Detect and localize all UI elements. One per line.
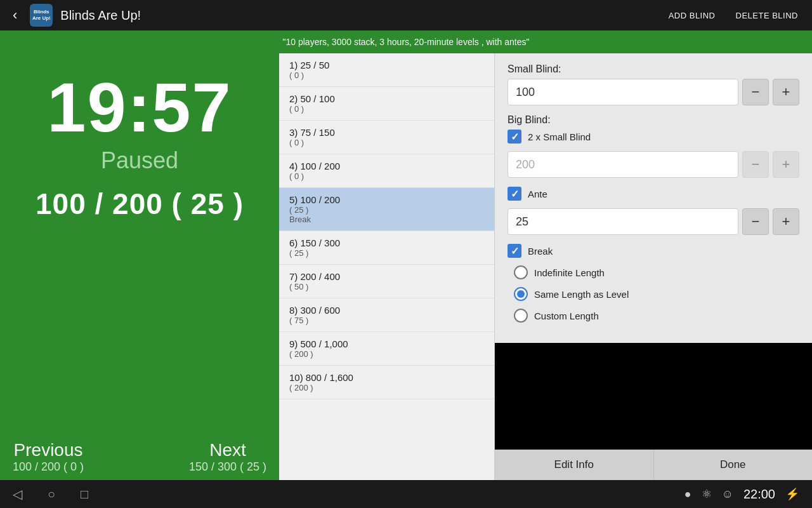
top-bar: ‹ Blinds Are Up! Blinds Are Up! ADD BLIN… xyxy=(0,0,812,30)
android-icon: ☺ xyxy=(722,488,733,501)
blind-item-sub: ( 25 ) xyxy=(289,205,484,215)
next-block: Next 150 / 300 ( 25 ) xyxy=(189,440,266,474)
break-checkbox[interactable]: ✓ xyxy=(508,244,521,258)
blind-item-sub: ( 50 ) xyxy=(289,282,484,291)
blind-item-sub: ( 0 ) xyxy=(289,138,484,147)
radio-indefinite[interactable]: Indefinite Length xyxy=(514,265,799,279)
radio-custom-length[interactable]: Custom Length xyxy=(514,309,799,323)
timer-panel: 19:57 Paused 100 / 200 ( 25 ) Previous 1… xyxy=(0,53,279,480)
break-checkbox-label: Break xyxy=(528,246,553,257)
break-checkbox-row: ✓ Break xyxy=(508,244,799,258)
right-column: Small Blind: − + Big Blind: ✓ 2 x Small … xyxy=(495,53,812,480)
blind-list-item[interactable]: 9) 500 / 1,000( 200 ) xyxy=(279,332,494,366)
blind-item-extra: Break xyxy=(289,215,484,224)
blind-item-sub: ( 0 ) xyxy=(289,70,484,80)
blind-list-item[interactable]: 10) 800 / 1,600( 200 ) xyxy=(279,366,494,399)
next-value: 150 / 300 ( 25 ) xyxy=(189,460,266,474)
timer-display: 19:57 xyxy=(47,72,232,142)
done-button[interactable]: Done xyxy=(654,450,813,480)
previous-title: Previous xyxy=(14,440,83,460)
ante-minus-button[interactable]: − xyxy=(742,208,769,235)
radio-indefinite-button[interactable] xyxy=(514,265,528,279)
blind-list-item[interactable]: 7) 200 / 400( 50 ) xyxy=(279,265,494,298)
edit-panel: Small Blind: − + Big Blind: ✓ 2 x Small … xyxy=(495,53,812,343)
recent-nav-icon[interactable]: □ xyxy=(81,487,88,502)
blind-item-title: 5) 100 / 200 xyxy=(289,194,484,205)
blind-list-panel: 1) 25 / 50( 0 )2) 50 / 100( 0 )3) 75 / 1… xyxy=(279,53,495,480)
blind-item-title: 3) 75 / 150 xyxy=(289,127,484,138)
back-nav-icon[interactable]: ◁ xyxy=(13,486,22,502)
blind-item-sub: ( 200 ) xyxy=(289,383,484,392)
big-blind-checkbox[interactable]: ✓ xyxy=(508,130,521,144)
break-options-group: Indefinite Length Same Length as Level C… xyxy=(514,265,799,323)
radio-custom-length-label: Custom Length xyxy=(534,311,599,321)
radio-same-length-label: Same Length as Level xyxy=(534,289,629,300)
subtitle-text: "10 players, 3000 stack, 3 hours, 20-min… xyxy=(283,37,530,47)
big-blind-checkbox-row: ✓ 2 x Small Blind xyxy=(508,130,799,144)
edit-info-button[interactable]: Edit Info xyxy=(495,450,654,480)
nav-icons-left: ◁ ○ □ xyxy=(13,486,88,502)
blind-item-title: 8) 300 / 600 xyxy=(289,305,484,316)
radio-same-length[interactable]: Same Length as Level xyxy=(514,287,799,301)
app-icon: Blinds Are Up! xyxy=(30,4,53,27)
big-blind-input[interactable] xyxy=(508,151,738,178)
radio-indefinite-label: Indefinite Length xyxy=(534,267,605,278)
ante-checkbox-row: ✓ Ante xyxy=(508,187,799,201)
big-blind-label: Big Blind: xyxy=(508,114,799,126)
big-blind-row: − + xyxy=(508,151,799,178)
blind-item-sub: ( 200 ) xyxy=(289,349,484,359)
blind-item-sub: ( 75 ) xyxy=(289,316,484,325)
blind-list-item[interactable]: 5) 100 / 200( 25 )Break xyxy=(279,188,494,231)
blind-list-item[interactable]: 2) 50 / 100( 0 ) xyxy=(279,87,494,121)
blind-item-sub: ( 0 ) xyxy=(289,104,484,114)
big-blind-checkbox-label: 2 x Small Blind xyxy=(528,131,591,142)
ante-row: − + xyxy=(508,208,799,235)
prev-next-section: Previous 100 / 200 ( 0 ) Next 150 / 300 … xyxy=(6,434,273,474)
blind-list-item[interactable]: 3) 75 / 150( 0 ) xyxy=(279,121,494,154)
blind-item-title: 2) 50 / 100 xyxy=(289,93,484,104)
usb-icon: ⚛ xyxy=(702,487,712,501)
small-blind-label: Small Blind: xyxy=(508,64,799,75)
signal-icon: ● xyxy=(684,488,691,501)
blind-item-title: 10) 800 / 1,600 xyxy=(289,372,484,383)
small-blind-row: − + xyxy=(508,79,799,105)
next-title: Next xyxy=(209,440,246,460)
delete-blind-button[interactable]: DELETE BLIND xyxy=(730,7,804,24)
subtitle-bar: "10 players, 3000 stack, 3 hours, 20-min… xyxy=(0,30,812,53)
home-nav-icon[interactable]: ○ xyxy=(48,487,55,502)
blind-list-item[interactable]: 1) 25 / 50( 0 ) xyxy=(279,53,494,87)
nav-icons-right: ● ⚛ ☺ 22:00 ⚡ xyxy=(684,487,799,502)
previous-value: 100 / 200 ( 0 ) xyxy=(13,460,84,474)
blind-list-item[interactable]: 4) 100 / 200( 0 ) xyxy=(279,154,494,188)
radio-same-length-button[interactable] xyxy=(514,287,528,301)
action-buttons-row: Edit Info Done xyxy=(495,450,812,480)
ante-checkbox[interactable]: ✓ xyxy=(508,187,521,201)
radio-custom-length-button[interactable] xyxy=(514,309,528,323)
blind-list-item[interactable]: 8) 300 / 600( 75 ) xyxy=(279,298,494,332)
blind-item-title: 1) 25 / 50 xyxy=(289,60,484,70)
big-blind-plus-button[interactable]: + xyxy=(773,151,799,178)
blind-item-sub: ( 0 ) xyxy=(289,171,484,181)
blind-item-title: 6) 150 / 300 xyxy=(289,237,484,248)
android-nav-bar: ◁ ○ □ ● ⚛ ☺ 22:00 ⚡ xyxy=(0,480,812,508)
blind-item-title: 9) 500 / 1,000 xyxy=(289,338,484,349)
small-blind-input[interactable] xyxy=(508,79,738,105)
ante-input[interactable] xyxy=(508,208,738,235)
clock-display: 22:00 xyxy=(743,487,775,502)
app-title: Blinds Are Up! xyxy=(60,8,654,23)
ante-plus-button[interactable]: + xyxy=(773,208,799,235)
back-button[interactable]: ‹ xyxy=(8,7,22,23)
big-blind-minus-button[interactable]: − xyxy=(742,151,769,178)
blind-item-title: 4) 100 / 200 xyxy=(289,161,484,171)
paused-label: Paused xyxy=(101,147,178,174)
add-blind-button[interactable]: ADD BLIND xyxy=(662,7,722,24)
small-blind-plus-button[interactable]: + xyxy=(773,79,799,105)
current-blind-display: 100 / 200 ( 25 ) xyxy=(36,187,244,221)
small-blind-minus-button[interactable]: − xyxy=(742,79,769,105)
blind-item-sub: ( 25 ) xyxy=(289,248,484,258)
blind-list-item[interactable]: 6) 150 / 300( 25 ) xyxy=(279,231,494,265)
ante-checkbox-label: Ante xyxy=(528,189,547,199)
previous-block: Previous 100 / 200 ( 0 ) xyxy=(13,440,84,474)
blind-item-title: 7) 200 / 400 xyxy=(289,271,484,282)
radio-same-length-indicator xyxy=(517,290,525,298)
